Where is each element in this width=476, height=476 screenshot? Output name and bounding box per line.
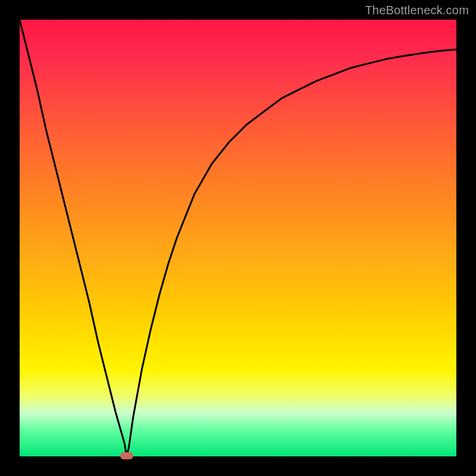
plot-area — [20, 20, 456, 456]
min-marker — [120, 452, 133, 459]
chart-frame: TheBottleneck.com — [0, 0, 476, 476]
bottleneck-curve — [20, 20, 456, 456]
credit-text: TheBottleneck.com — [365, 4, 469, 17]
